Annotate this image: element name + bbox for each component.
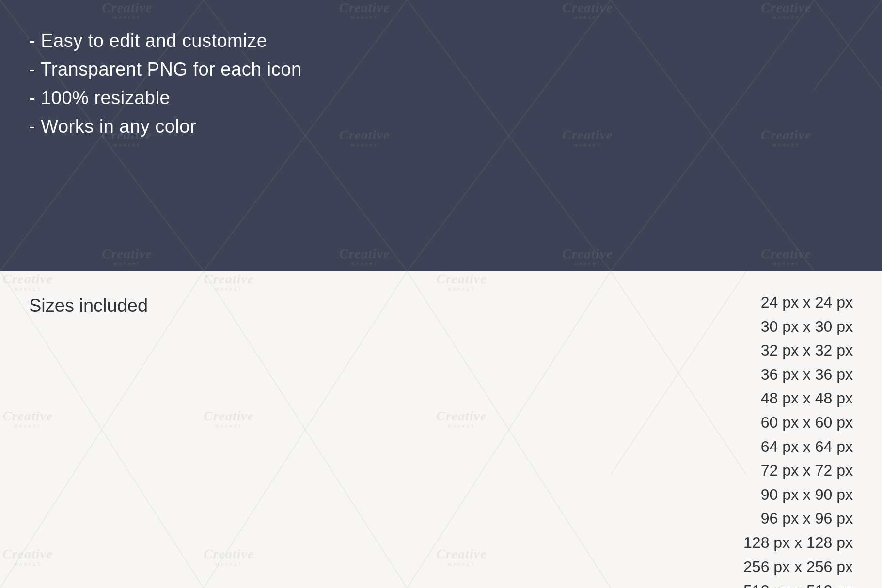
sizes-included-label: Sizes included	[29, 295, 148, 316]
bottom-section: Creative MARKET Creative MARKET Creative…	[0, 271, 882, 588]
svg-line-5	[407, 0, 611, 271]
size-item-10: 128 px x 128 px	[743, 531, 853, 555]
svg-line-9	[814, 0, 882, 90]
watermark-sub: MARKET	[113, 15, 141, 20]
svg-line-10	[0, 271, 204, 588]
size-item-12: 512 px x 512 px	[743, 579, 853, 588]
top-section: Creative MARKET Creative MARKET Creative…	[0, 0, 882, 271]
svg-line-15	[407, 271, 611, 588]
watermark-brand: Creative	[102, 1, 152, 15]
size-item-11: 256 px x 256 px	[743, 555, 853, 579]
svg-line-6	[611, 0, 814, 271]
svg-line-11	[0, 271, 204, 588]
svg-line-8	[814, 0, 882, 90]
svg-line-16	[611, 271, 746, 475]
size-item-8: 90 px x 90 px	[743, 483, 853, 507]
svg-line-14	[407, 271, 611, 588]
feature-item-1: - Easy to edit and customize	[29, 27, 302, 55]
size-list: 24 px x 24 px 30 px x 30 px 32 px x 32 p…	[743, 291, 853, 588]
feature-item-3: - 100% resizable	[29, 84, 302, 112]
svg-line-12	[204, 271, 407, 588]
svg-line-7	[611, 0, 814, 271]
svg-line-13	[204, 271, 407, 588]
size-item-2: 32 px x 32 px	[743, 339, 853, 363]
size-item-4: 48 px x 48 px	[743, 387, 853, 411]
size-item-1: 30 px x 30 px	[743, 315, 853, 339]
size-item-9: 96 px x 96 px	[743, 507, 853, 531]
feature-item-2: - Transparent PNG for each icon	[29, 55, 302, 84]
feature-list: - Easy to edit and customize - Transpare…	[29, 27, 302, 141]
size-item-6: 64 px x 64 px	[743, 435, 853, 459]
size-item-5: 60 px x 60 px	[743, 411, 853, 435]
size-item-7: 72 px x 72 px	[743, 459, 853, 483]
svg-line-4	[407, 0, 611, 271]
size-item-0: 24 px x 24 px	[743, 291, 853, 315]
svg-line-17	[611, 271, 746, 475]
size-item-3: 36 px x 36 px	[743, 363, 853, 387]
feature-item-4: - Works in any color	[29, 112, 302, 141]
